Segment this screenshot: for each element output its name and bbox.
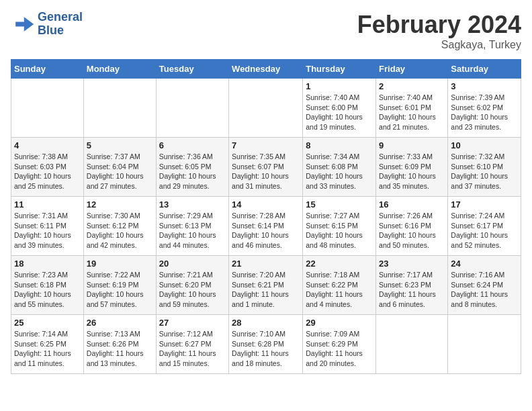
day-info: Sunrise: 7:28 AMSunset: 6:14 PMDaylight:…	[232, 211, 300, 250]
calendar-cell: 15Sunrise: 7:27 AMSunset: 6:15 PMDayligh…	[303, 197, 376, 256]
calendar-cell: 1Sunrise: 7:40 AMSunset: 6:00 PMDaylight…	[303, 79, 376, 138]
week-row-3: 18Sunrise: 7:23 AMSunset: 6:18 PMDayligh…	[11, 256, 521, 315]
day-number: 13	[159, 199, 226, 210]
day-info: Sunrise: 7:18 AMSunset: 6:22 PMDaylight:…	[306, 270, 373, 310]
calendar-cell: 3Sunrise: 7:39 AMSunset: 6:02 PMDaylight…	[448, 79, 521, 138]
logo: General Blue	[11, 11, 83, 38]
calendar-cell: 8Sunrise: 7:34 AMSunset: 6:08 PMDaylight…	[303, 138, 376, 197]
weekday-header-thursday: Thursday	[303, 60, 376, 79]
weekday-header-saturday: Saturday	[448, 60, 521, 79]
calendar-cell: 13Sunrise: 7:29 AMSunset: 6:13 PMDayligh…	[156, 197, 228, 256]
calendar-title: February 2024	[357, 11, 521, 39]
calendar-cell: 21Sunrise: 7:20 AMSunset: 6:21 PMDayligh…	[229, 256, 303, 315]
day-info: Sunrise: 7:36 AMSunset: 6:05 PMDaylight:…	[159, 152, 226, 191]
day-number: 22	[306, 259, 373, 269]
calendar-cell: 7Sunrise: 7:35 AMSunset: 6:07 PMDaylight…	[229, 138, 303, 197]
week-row-4: 25Sunrise: 7:14 AMSunset: 6:25 PMDayligh…	[11, 315, 521, 374]
day-number: 29	[306, 318, 373, 328]
calendar-cell: 6Sunrise: 7:36 AMSunset: 6:05 PMDaylight…	[156, 138, 228, 197]
calendar-cell: 12Sunrise: 7:30 AMSunset: 6:12 PMDayligh…	[83, 197, 156, 256]
day-info: Sunrise: 7:32 AMSunset: 6:10 PMDaylight:…	[451, 152, 518, 191]
day-info: Sunrise: 7:24 AMSunset: 6:17 PMDaylight:…	[451, 211, 518, 250]
day-info: Sunrise: 7:31 AMSunset: 6:11 PMDaylight:…	[14, 211, 81, 250]
day-number: 20	[159, 259, 226, 269]
day-number: 10	[451, 140, 518, 150]
day-number: 18	[14, 259, 81, 269]
weekday-header-wednesday: Wednesday	[229, 60, 303, 79]
day-number: 24	[451, 259, 518, 269]
day-number: 2	[379, 81, 445, 91]
day-info: Sunrise: 7:37 AMSunset: 6:04 PMDaylight:…	[87, 152, 153, 191]
day-number: 17	[451, 199, 518, 210]
calendar-cell: 5Sunrise: 7:37 AMSunset: 6:04 PMDaylight…	[83, 138, 156, 197]
calendar-cell: 20Sunrise: 7:21 AMSunset: 6:20 PMDayligh…	[156, 256, 228, 315]
logo-text: General Blue	[38, 11, 83, 38]
day-number: 14	[232, 199, 300, 210]
calendar-cell: 17Sunrise: 7:24 AMSunset: 6:17 PMDayligh…	[448, 197, 521, 256]
day-info: Sunrise: 7:35 AMSunset: 6:07 PMDaylight:…	[232, 152, 300, 191]
day-number: 1	[306, 81, 373, 91]
day-number: 11	[14, 199, 81, 210]
day-info: Sunrise: 7:13 AMSunset: 6:26 PMDaylight:…	[87, 329, 153, 369]
calendar-cell: 24Sunrise: 7:16 AMSunset: 6:24 PMDayligh…	[448, 256, 521, 315]
calendar-cell	[156, 79, 228, 138]
calendar-cell	[229, 79, 303, 138]
day-number: 9	[379, 140, 445, 150]
day-number: 21	[232, 259, 300, 269]
day-number: 23	[379, 259, 445, 269]
day-number: 28	[232, 318, 300, 328]
calendar-cell: 26Sunrise: 7:13 AMSunset: 6:26 PMDayligh…	[83, 315, 156, 374]
page-header: General Blue February 2024 Sagkaya, Turk…	[11, 11, 521, 51]
calendar-cell: 4Sunrise: 7:38 AMSunset: 6:03 PMDaylight…	[11, 138, 84, 197]
calendar-cell	[83, 79, 156, 138]
day-info: Sunrise: 7:14 AMSunset: 6:25 PMDaylight:…	[14, 329, 81, 369]
day-info: Sunrise: 7:33 AMSunset: 6:09 PMDaylight:…	[379, 152, 445, 191]
day-info: Sunrise: 7:26 AMSunset: 6:16 PMDaylight:…	[379, 211, 445, 250]
calendar-cell	[448, 315, 521, 374]
week-row-2: 11Sunrise: 7:31 AMSunset: 6:11 PMDayligh…	[11, 197, 521, 256]
calendar-cell: 27Sunrise: 7:12 AMSunset: 6:27 PMDayligh…	[156, 315, 228, 374]
calendar-cell: 14Sunrise: 7:28 AMSunset: 6:14 PMDayligh…	[229, 197, 303, 256]
calendar-cell: 19Sunrise: 7:22 AMSunset: 6:19 PMDayligh…	[83, 256, 156, 315]
weekday-header-sunday: Sunday	[11, 60, 84, 79]
day-number: 26	[87, 318, 153, 328]
day-number: 27	[159, 318, 226, 328]
day-info: Sunrise: 7:16 AMSunset: 6:24 PMDaylight:…	[451, 270, 518, 310]
day-number: 15	[306, 199, 373, 210]
weekday-header-row: SundayMondayTuesdayWednesdayThursdayFrid…	[11, 60, 521, 79]
calendar-cell: 16Sunrise: 7:26 AMSunset: 6:16 PMDayligh…	[376, 197, 448, 256]
day-number: 8	[306, 140, 373, 150]
day-number: 16	[379, 199, 445, 210]
day-info: Sunrise: 7:09 AMSunset: 6:29 PMDaylight:…	[306, 329, 373, 369]
day-number: 3	[451, 81, 518, 91]
calendar-cell	[11, 79, 84, 138]
weekday-header-friday: Friday	[376, 60, 448, 79]
day-number: 25	[14, 318, 81, 328]
day-info: Sunrise: 7:17 AMSunset: 6:23 PMDaylight:…	[379, 270, 445, 310]
day-info: Sunrise: 7:40 AMSunset: 6:01 PMDaylight:…	[379, 93, 445, 132]
weekday-header-tuesday: Tuesday	[156, 60, 228, 79]
day-info: Sunrise: 7:39 AMSunset: 6:02 PMDaylight:…	[451, 93, 518, 132]
day-number: 4	[14, 140, 81, 150]
calendar-cell: 23Sunrise: 7:17 AMSunset: 6:23 PMDayligh…	[376, 256, 448, 315]
day-number: 7	[232, 140, 300, 150]
day-number: 6	[159, 140, 226, 150]
day-info: Sunrise: 7:30 AMSunset: 6:12 PMDaylight:…	[87, 211, 153, 250]
calendar-cell: 11Sunrise: 7:31 AMSunset: 6:11 PMDayligh…	[11, 197, 84, 256]
calendar-cell	[376, 315, 448, 374]
day-info: Sunrise: 7:27 AMSunset: 6:15 PMDaylight:…	[306, 211, 373, 250]
day-info: Sunrise: 7:40 AMSunset: 6:00 PMDaylight:…	[306, 93, 373, 132]
day-number: 12	[87, 199, 153, 210]
day-info: Sunrise: 7:22 AMSunset: 6:19 PMDaylight:…	[87, 270, 153, 310]
calendar-cell: 18Sunrise: 7:23 AMSunset: 6:18 PMDayligh…	[11, 256, 84, 315]
week-row-1: 4Sunrise: 7:38 AMSunset: 6:03 PMDaylight…	[11, 138, 521, 197]
day-info: Sunrise: 7:10 AMSunset: 6:28 PMDaylight:…	[232, 329, 300, 369]
calendar-cell: 29Sunrise: 7:09 AMSunset: 6:29 PMDayligh…	[303, 315, 376, 374]
calendar-subtitle: Sagkaya, Turkey	[357, 39, 521, 51]
calendar-cell: 25Sunrise: 7:14 AMSunset: 6:25 PMDayligh…	[11, 315, 84, 374]
day-info: Sunrise: 7:29 AMSunset: 6:13 PMDaylight:…	[159, 211, 226, 250]
calendar-cell: 10Sunrise: 7:32 AMSunset: 6:10 PMDayligh…	[448, 138, 521, 197]
calendar-cell: 9Sunrise: 7:33 AMSunset: 6:09 PMDaylight…	[376, 138, 448, 197]
day-info: Sunrise: 7:34 AMSunset: 6:08 PMDaylight:…	[306, 152, 373, 191]
calendar-cell: 28Sunrise: 7:10 AMSunset: 6:28 PMDayligh…	[229, 315, 303, 374]
